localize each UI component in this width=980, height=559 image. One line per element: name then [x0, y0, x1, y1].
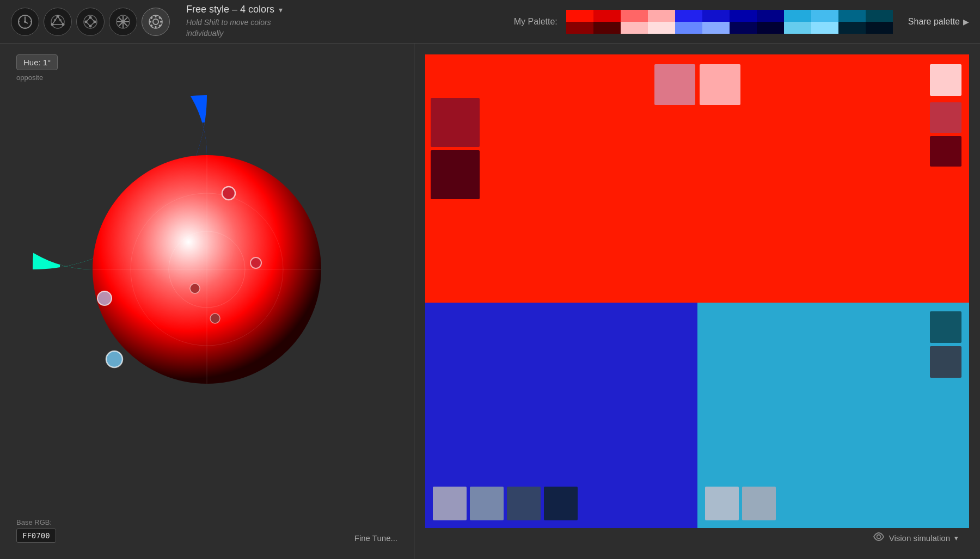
palette-swatch[interactable] [757, 10, 784, 22]
color-handle-center-left[interactable] [190, 284, 200, 293]
cyan-shade-1[interactable] [705, 487, 739, 520]
palette-swatch[interactable] [648, 10, 675, 22]
palette-swatch[interactable] [621, 22, 648, 34]
toolbar: Free style – 4 colors ▾ Hold Shift to mo… [0, 0, 980, 44]
darker-red-swatch[interactable] [431, 150, 480, 199]
nodes2-icon[interactable] [76, 8, 105, 36]
color-handle-red-outer[interactable] [222, 187, 235, 200]
color-handle-inner-right[interactable] [250, 257, 261, 268]
red-tint-swatches [654, 64, 740, 105]
dark-red-swatch[interactable] [431, 98, 480, 147]
palette-swatch[interactable] [730, 10, 757, 22]
palette-swatch[interactable] [784, 10, 811, 22]
svg-point-31 [121, 20, 125, 23]
share-palette-label: Share palette [908, 17, 960, 27]
color-wheel-svg[interactable] [30, 93, 384, 446]
style-dropdown[interactable]: Free style – 4 colors ▾ [186, 4, 283, 15]
palette-swatch[interactable] [593, 22, 621, 34]
style-hint: Hold Shift to move colors individually [186, 17, 283, 39]
opposite-label: opposite [16, 73, 397, 82]
palette-swatch[interactable] [838, 22, 866, 34]
tool-icons [11, 8, 170, 36]
hue-badge[interactable]: Hue: 1° [16, 54, 58, 70]
palette-swatch[interactable] [566, 22, 593, 34]
svg-point-33 [153, 19, 158, 24]
palette-swatch[interactable] [621, 10, 648, 22]
blue-shade-2[interactable] [470, 487, 504, 520]
palette-group-cyan [784, 10, 893, 34]
cyan-dark-2[interactable] [930, 346, 961, 378]
eye-icon [873, 532, 885, 544]
palette-label: My Palette: [514, 17, 558, 27]
color-handle-center[interactable] [210, 314, 220, 323]
palette-swatches [566, 10, 893, 34]
fine-tune-button[interactable]: Fine Tune... [354, 533, 397, 543]
style-label: Free style – 4 colors [186, 4, 274, 15]
color-handle-cyan[interactable] [106, 351, 122, 367]
cyan-right-swatches [930, 311, 961, 378]
svg-point-15 [59, 19, 62, 21]
palette-swatch[interactable] [838, 10, 866, 22]
palette-swatch[interactable] [757, 22, 784, 34]
star-icon[interactable] [109, 8, 137, 36]
base-rgb-section: Base RGB: FF0700 [16, 518, 56, 543]
left-panel: Hue: 1° opposite [0, 44, 414, 559]
base-rgb-value[interactable]: FF0700 [16, 529, 56, 543]
blue-shade-1[interactable] [433, 487, 467, 520]
share-palette-button[interactable]: Share palette ▶ [908, 17, 969, 27]
palette-swatch[interactable] [675, 22, 702, 34]
red-left-swatches [431, 98, 480, 199]
svg-rect-36 [149, 21, 151, 22]
red-color-block[interactable] [425, 54, 969, 303]
right-swatch-1[interactable] [930, 102, 961, 133]
palette-swatch[interactable] [702, 10, 730, 22]
nodes1-icon[interactable] [44, 8, 72, 36]
vision-sim-arrow-icon: ▾ [954, 534, 958, 542]
svg-line-22 [90, 17, 95, 22]
tint-swatch[interactable] [654, 64, 695, 105]
cyan-dark-1[interactable] [930, 311, 961, 343]
cyan-shade-2[interactable] [742, 487, 776, 520]
blue-shade-4[interactable] [544, 487, 578, 520]
cyan-bottom-swatches [705, 487, 776, 520]
main-content: Hue: 1° opposite [0, 44, 980, 559]
palette-swatch[interactable] [784, 22, 811, 34]
color-display [425, 54, 969, 528]
tint-swatch[interactable] [700, 64, 740, 105]
palette-group-red [566, 10, 675, 34]
svg-line-24 [86, 22, 90, 26]
palette-swatch[interactable] [675, 10, 702, 22]
palette-swatch[interactable] [811, 10, 838, 22]
vision-sim-label[interactable]: Vision simulation [889, 533, 950, 543]
palette-swatch[interactable] [566, 10, 593, 22]
palette-swatch[interactable] [866, 22, 893, 34]
right-panel: Vision simulation ▾ [414, 44, 980, 559]
palette-swatch[interactable] [811, 22, 838, 34]
palette-section: My Palette: [514, 10, 969, 34]
bottom-color-blocks [425, 303, 969, 528]
vision-simulation-bar: Vision simulation ▾ [425, 528, 969, 548]
cyan-color-block[interactable] [697, 303, 970, 528]
palette-swatch[interactable] [866, 10, 893, 22]
style-hint-line2: individually [186, 29, 223, 38]
svg-rect-37 [160, 21, 162, 22]
clock-icon[interactable] [11, 8, 39, 36]
far-right-tint-swatch[interactable] [930, 64, 961, 96]
svg-line-23 [90, 22, 95, 26]
palette-swatch[interactable] [648, 22, 675, 34]
share-arrow-icon: ▶ [963, 17, 969, 26]
blue-shade-3[interactable] [507, 487, 541, 520]
color-wheel-container[interactable] [30, 93, 384, 446]
blue-color-block[interactable] [425, 303, 697, 528]
svg-point-49 [877, 535, 880, 539]
color-handle-blue[interactable] [97, 291, 112, 305]
palette-swatch[interactable] [593, 10, 621, 22]
right-swatch-2[interactable] [930, 136, 961, 167]
svg-point-3 [24, 21, 26, 23]
base-rgb-label: Base RGB: [16, 518, 56, 526]
palette-swatch[interactable] [730, 22, 757, 34]
svg-point-16 [54, 19, 56, 21]
settings-icon[interactable] [142, 8, 170, 36]
palette-swatch[interactable] [702, 22, 730, 34]
style-hint-line1: Hold Shift to move colors [186, 18, 271, 27]
